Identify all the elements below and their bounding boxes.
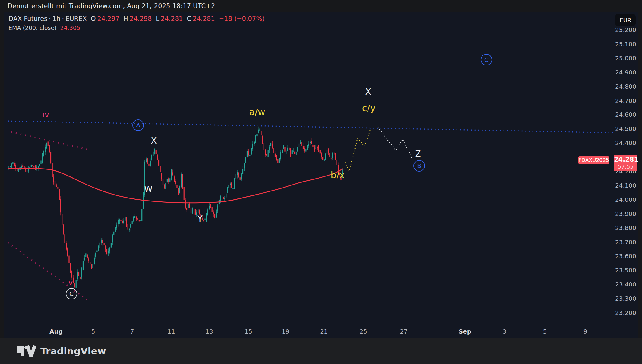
price-tick: 25.100 — [613, 40, 638, 48]
time-tick: 15 — [245, 328, 252, 335]
price-line-symbol-badge: FDAXU2025 — [578, 156, 609, 164]
wave-label-b-x[interactable]: b/x — [331, 170, 345, 180]
wave-label-C[interactable]: C — [66, 288, 77, 299]
wave-label-A[interactable]: A — [132, 119, 144, 131]
price-tick: 24.000 — [613, 196, 638, 203]
bar-countdown: 57:55 — [614, 163, 637, 170]
time-tick: 7 — [130, 328, 134, 335]
white-zigzag[interactable] — [378, 127, 413, 160]
time-tick: Aug — [49, 328, 63, 335]
wave-label-Y[interactable]: Y — [197, 214, 202, 224]
symbol-legend-row[interactable]: DAX Futures · 1h · EUREX O24.297 H24.298… — [8, 15, 264, 22]
tradingview-logo-icon — [17, 345, 36, 357]
tradingview-logo[interactable]: TradingView — [17, 345, 106, 357]
change-value: −18 (−0,07%) — [219, 15, 265, 22]
wave-label-iv[interactable]: iv — [43, 111, 49, 119]
indicator-legend-row[interactable]: EMA (200, close) 24.305 — [8, 24, 264, 31]
price-tick: 23.900 — [613, 210, 638, 217]
time-tick: 13 — [205, 328, 213, 335]
time-tick: 27 — [400, 328, 407, 335]
price-tick: 23.300 — [613, 295, 638, 302]
chart-legend: DAX Futures · 1h · EUREX O24.297 H24.298… — [8, 15, 264, 31]
ohlc-open: O24.297 — [91, 15, 119, 22]
price-tick: 24.700 — [613, 97, 638, 104]
candlestick-chart[interactable] — [4, 12, 613, 324]
price-tick: 23.700 — [613, 239, 638, 246]
wave-label-X[interactable]: X — [365, 87, 371, 97]
time-tick: 25 — [359, 328, 367, 335]
price-tick: 25.200 — [613, 26, 638, 33]
price-tick: 23.400 — [613, 281, 638, 288]
price-tick: 24.800 — [613, 83, 638, 90]
yellow-zigzag[interactable] — [346, 129, 371, 171]
wave-label-B[interactable]: B — [413, 160, 425, 172]
ohlc-close: C24.281 — [187, 15, 215, 22]
indicator-value: 24.305 — [60, 24, 80, 31]
price-tick: 24.500 — [613, 125, 638, 132]
time-tick: 11 — [167, 328, 175, 335]
time-axis[interactable]: Aug5711131519212527Sep359 — [4, 324, 613, 338]
tradingview-snapshot: Demut erstellt mit TradingView.com, Aug … — [0, 0, 642, 364]
indicator-name: EMA (200, close) — [8, 24, 57, 31]
ohlc-low: L24.281 — [156, 15, 183, 22]
tradingview-logo-text: TradingView — [40, 346, 106, 356]
time-tick: 21 — [320, 328, 327, 335]
price-tick: 24.100 — [613, 182, 638, 189]
price-tick: 24.600 — [613, 111, 638, 118]
time-tick: Sep — [459, 328, 471, 335]
last-price-value: 24.281 — [614, 156, 637, 163]
wave-label-C[interactable]: C — [481, 54, 492, 65]
wave-label-X[interactable]: X — [151, 136, 157, 146]
price-tick: 24.900 — [613, 69, 638, 76]
time-tick: 9 — [583, 328, 587, 335]
time-tick: 5 — [543, 328, 547, 335]
ohlc-high: H24.298 — [123, 15, 152, 22]
attribution-text: Demut erstellt mit TradingView.com, Aug … — [8, 2, 215, 10]
currency-toggle-button[interactable]: EUR — [615, 14, 636, 26]
price-axis[interactable]: EUR 24.281 57:55 25.20025.10025.00024.90… — [613, 12, 638, 338]
price-tick: 23.500 — [613, 267, 638, 274]
time-tick: 19 — [282, 328, 289, 335]
wave-label-c-y[interactable]: c/y — [362, 103, 375, 113]
price-tick: 24.400 — [613, 139, 638, 147]
candle-bodies — [8, 130, 343, 288]
time-tick: 3 — [503, 328, 507, 335]
symbol-title: DAX Futures · 1h · EUREX — [8, 15, 87, 22]
footer-bar: TradingView — [0, 338, 642, 364]
wave-label-Z[interactable]: Z — [415, 149, 421, 159]
wave-label-v[interactable]: v — [68, 279, 73, 287]
attribution-bar: Demut erstellt mit TradingView.com, Aug … — [0, 0, 642, 12]
last-price-badge: 24.281 57:55 — [614, 155, 637, 171]
price-tick: 23.800 — [613, 224, 638, 232]
wave-label-W[interactable]: W — [144, 184, 153, 194]
price-tick: 23.200 — [613, 309, 638, 316]
time-tick: 5 — [91, 328, 95, 335]
price-tick: 25.000 — [613, 55, 638, 62]
wave-label-a-w[interactable]: a/w — [249, 107, 265, 117]
chart-pane[interactable] — [4, 12, 613, 324]
blue-dotted-resistance[interactable] — [8, 121, 613, 133]
price-tick: 23.600 — [613, 252, 638, 260]
